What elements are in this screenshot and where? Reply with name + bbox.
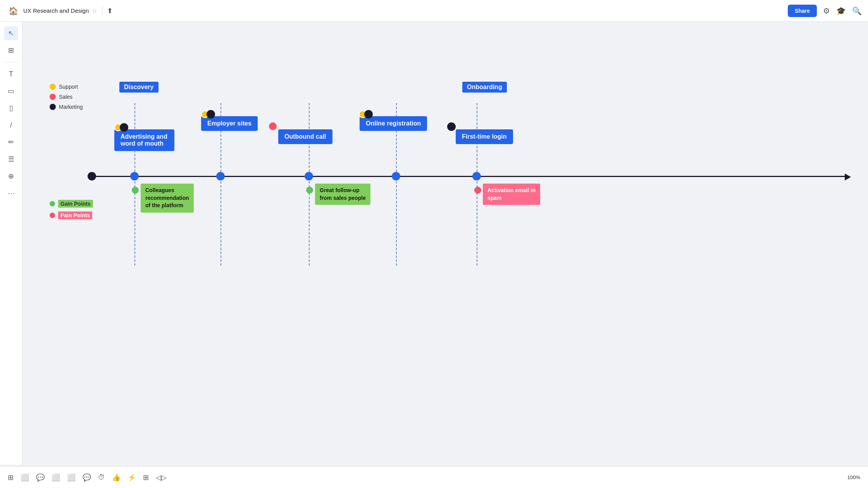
note-login[interactable]: Activation email inspam [483,184,540,205]
pain-points-item: Pain Points [50,211,93,219]
more-tools[interactable]: ⋯ [4,186,18,200]
note-text-login: Activation email inspam [487,187,536,201]
legend-marketing-label: Marketing [59,104,83,110]
pain-points-label: Pain Points [58,211,92,219]
like-tool[interactable]: 👍 [112,473,121,482]
dashed-line-advertising [134,103,135,266]
topbar-right: Share ⚙ 🎓 🔍 [788,5,862,17]
pain-indicator-login [474,187,481,194]
gain-points-item: Gain Points [50,200,93,208]
zoom-level: 100% [847,474,860,480]
stage-label-online: Online registration [366,120,421,127]
phase-discovery: Discovery [119,82,158,93]
stage-label-advertising: Advertising andword of mouth [121,133,167,147]
timeline-line [92,176,849,177]
legend-support-label: Support [59,84,78,90]
marketing-connector-dot-4 [364,110,373,119]
support-dot [50,84,56,90]
bolt-tool[interactable]: ⚡ [127,473,136,482]
collapse-tool[interactable]: ◁▷ [156,473,167,482]
grid-tool[interactable]: ⊞ [8,473,14,482]
line-tool[interactable]: / [4,118,18,132]
timeline-dot-advertising [130,172,139,180]
table-tool[interactable]: ⊞ [143,473,149,482]
connector-dots-online [359,110,373,119]
phase-onboarding: Onboarding [462,82,507,93]
sidebar: ↖ ⊞ T ▭ ▯ / ✏ ☰ ⊕ ⋯ [0,22,22,465]
crop-tool[interactable]: ⬜ [67,473,76,482]
pain-dot [50,213,55,218]
add-tool[interactable]: ⊕ [4,169,18,183]
stage-label-employer: Employer sites [207,120,251,127]
sales-connector-dot-3 [269,122,277,130]
marketing-connector-dot-2 [207,110,215,119]
stage-label-outbound: Outbound call [284,133,326,140]
bottom-toolbar: ⊞ ⬜ 💬 ⬜ ⬜ 💬 ⏱ 👍 ⚡ ⊞ ◁▷ 100% [0,466,868,488]
home-button[interactable]: 🏠 [6,4,20,18]
timeline-dot-outbound [305,172,313,180]
gain-indicator-outbound [306,187,313,194]
legend-sales: Sales [50,94,83,100]
canvas[interactable]: Support Sales Marketing Gain Points Pain… [22,22,868,466]
gain-indicator-advertising [132,187,139,194]
pen-tool[interactable]: ✏ [4,135,18,149]
separator [5,62,17,62]
note-text-advertising: Colleaguesrecommendationof the platform [145,187,189,208]
bubble-tool[interactable]: 💬 [83,473,91,482]
frame-tool-bottom[interactable]: ⬜ [21,473,29,482]
divider [102,6,102,15]
stage-card-outbound[interactable]: Outbound call [278,129,332,144]
search-icon[interactable]: 🔍 [852,6,862,15]
document-title: UX Research and Design [23,7,89,14]
title-area: UX Research and Design ☆ [23,7,97,14]
dashed-line-login [477,103,477,266]
timeline-dot-start [88,172,96,180]
connector-dots-employer [201,110,215,119]
stage-card-advertising[interactable]: Advertising andword of mouth [114,129,174,151]
frame-tool[interactable]: ⊞ [4,43,18,57]
star-icon[interactable]: ☆ [92,7,97,14]
stage-card-login[interactable]: First-time login [456,129,513,144]
note-advertising[interactable]: Colleaguesrecommendationof the platform [141,184,194,213]
marketing-connector-dot-1 [120,123,128,132]
comment-tool[interactable]: ☰ [4,152,18,166]
timeline-dot-employer [216,172,225,180]
note-outbound[interactable]: Great follow-upfrom sales people [315,184,370,205]
legend-marketing: Marketing [50,104,83,110]
legend-sales-label: Sales [59,94,72,100]
legend-support: Support [50,84,83,90]
legend: Support Sales Marketing [50,84,83,110]
note-text-outbound: Great follow-upfrom sales people [320,187,366,201]
upload-icon[interactable]: ⬆ [107,7,113,15]
note-tool[interactable]: ▭ [4,84,18,98]
timeline-dot-online [392,172,400,180]
settings-icon[interactable]: ⚙ [823,6,830,15]
graduation-icon[interactable]: 🎓 [836,6,846,15]
shape-tool[interactable]: ▯ [4,101,18,115]
chat-tool[interactable]: 💬 [36,473,45,482]
marketing-connector-dot-5 [447,122,456,131]
share-button[interactable]: Share [788,5,817,17]
timeline-dot-login [472,172,481,180]
topbar: 🏠 UX Research and Design ☆ ⬆ Share ⚙ 🎓 🔍 [0,0,868,22]
points-legend: Gain Points Pain Points [50,200,93,219]
gain-points-label: Gain Points [58,200,93,208]
stage-label-login: First-time login [462,133,507,140]
cursor-tool[interactable]: ↖ [4,26,18,40]
text-tool[interactable]: T [4,67,18,81]
dashed-line-outbound [309,103,310,266]
connector-dots-advertising [114,123,128,132]
timeline-arrow [845,174,851,180]
gain-dot [50,201,55,206]
sticker-tool[interactable]: ⬜ [52,473,60,482]
sales-dot [50,94,56,100]
timer-tool[interactable]: ⏱ [98,473,105,481]
marketing-dot [50,104,56,110]
